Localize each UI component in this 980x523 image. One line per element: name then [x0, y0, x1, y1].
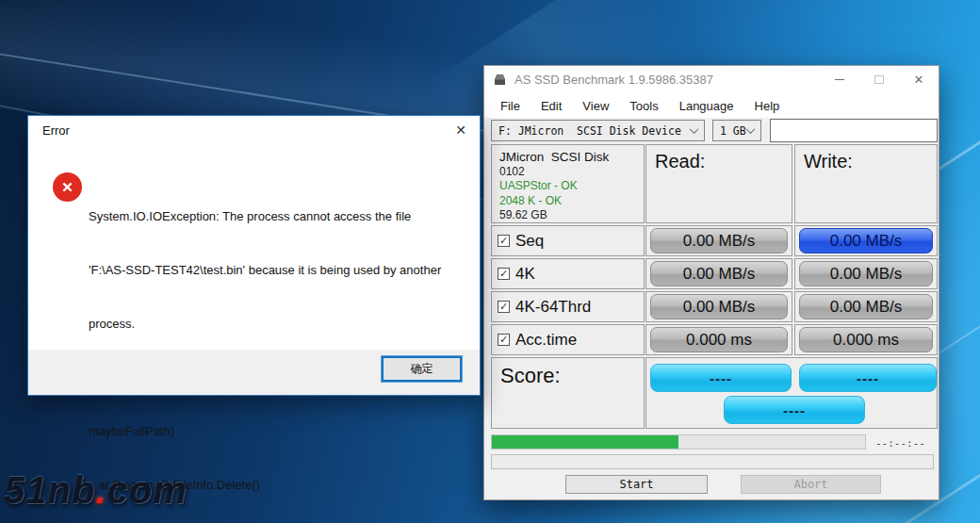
- dialog-title: Error: [42, 123, 70, 138]
- result-textbox[interactable]: [770, 119, 938, 142]
- 4k64-write-value: 0.00 MB/s: [799, 294, 933, 319]
- write-column-header: Write:: [794, 144, 938, 223]
- acctime-write-cell: 0.000 ms: [794, 324, 938, 355]
- table-row-acctime-label: ✓ Acc.time: [491, 324, 645, 355]
- score-values-cell: ---- ---- ----: [645, 357, 938, 429]
- minimize-icon: [835, 79, 844, 81]
- maximize-button[interactable]: [859, 66, 899, 93]
- benchmark-progress-fill: [492, 435, 678, 449]
- seq-write-cell: 0.00 MB/s: [794, 225, 938, 256]
- menu-view[interactable]: View: [572, 99, 619, 113]
- error-message-line: 'F:\AS-SSD-TEST42\test.bin' because it i…: [89, 261, 452, 279]
- score-label: Score:: [492, 358, 644, 394]
- maximize-icon: [874, 75, 884, 84]
- seq-read-value: 0.00 MB/s: [650, 228, 788, 253]
- watermark-text: 51nb: [4, 469, 95, 511]
- test-label: 4K-64Thrd: [515, 298, 591, 317]
- error-message-line: at System.IO.FileInfo.Delete(): [89, 476, 452, 494]
- error-dialog: Error ✕ ✕ System.IO.IOException: The pro…: [27, 115, 481, 396]
- disk-firmware: 0102: [499, 165, 636, 180]
- score-total-value: ----: [724, 396, 865, 424]
- seq-read-cell: 0.00 MB/s: [645, 225, 792, 256]
- window-controls: ✕: [820, 66, 939, 93]
- table-row-seq-label: ✓ Seq: [491, 225, 645, 256]
- error-message-line: process.: [89, 315, 452, 333]
- score-label-cell: Score:: [491, 357, 645, 429]
- disk-model: JMicron SCSI Disk: [499, 150, 636, 165]
- 4k-read-value: 0.00 MB/s: [650, 261, 788, 286]
- test-label: Acc.time: [515, 331, 577, 350]
- 4k-write-cell: 0.00 MB/s: [794, 258, 938, 289]
- ok-button[interactable]: 确定: [382, 356, 462, 382]
- close-icon: ✕: [914, 73, 924, 87]
- test-size-select[interactable]: 1 GB: [712, 120, 761, 141]
- checkbox-acctime[interactable]: ✓: [498, 334, 510, 346]
- secondary-progress-bar: [491, 454, 934, 469]
- chevron-down-icon: [690, 124, 699, 134]
- drive-select-value: F: JMicron SCSI Disk Device: [498, 124, 681, 138]
- seq-write-value: 0.00 MB/s: [799, 228, 933, 253]
- read-column-header: Read:: [645, 144, 792, 223]
- title-bar: AS SSD Benchmark 1.9.5986.35387 ✕: [484, 66, 939, 93]
- table-row-4k64-label: ✓ 4K-64Thrd: [491, 291, 645, 322]
- score-read-value: ----: [650, 364, 792, 392]
- error-message: System.IO.IOException: The process canno…: [89, 172, 452, 523]
- window-title: AS SSD Benchmark 1.9.5986.35387: [514, 73, 713, 87]
- 4k64-read-value: 0.00 MB/s: [650, 294, 788, 319]
- minimize-button[interactable]: [820, 66, 859, 93]
- checkbox-4k[interactable]: ✓: [498, 268, 510, 280]
- table-row-4k-label: ✓ 4K: [491, 258, 645, 289]
- acctime-write-value: 0.000 ms: [799, 327, 933, 352]
- menu-tools[interactable]: Tools: [619, 99, 668, 113]
- as-ssd-benchmark-window: AS SSD Benchmark 1.9.5986.35387 ✕ File E…: [483, 65, 939, 500]
- menu-file[interactable]: File: [490, 99, 531, 113]
- dialog-close-button[interactable]: ✕: [455, 123, 466, 138]
- acctime-read-cell: 0.000 ms: [645, 324, 792, 355]
- error-icon: ✕: [53, 172, 82, 202]
- drive-select[interactable]: F: JMicron SCSI Disk Device: [491, 120, 705, 141]
- time-remaining: --:--:--: [875, 437, 932, 449]
- app-icon: [493, 74, 507, 86]
- disk-info-panel: JMicron SCSI Disk 0102 UASPStor - OK 204…: [491, 144, 645, 223]
- 4k64-read-cell: 0.00 MB/s: [645, 291, 792, 322]
- menu-help[interactable]: Help: [744, 99, 791, 113]
- abort-button[interactable]: Abort: [741, 475, 881, 494]
- 4k-read-cell: 0.00 MB/s: [645, 258, 792, 289]
- dialog-title-bar: Error ✕: [28, 116, 480, 144]
- menu-bar: File Edit View Tools Language Help: [484, 93, 939, 118]
- menu-edit[interactable]: Edit: [531, 99, 572, 113]
- 4k-write-value: 0.00 MB/s: [799, 261, 933, 286]
- test-label: Seq: [515, 232, 544, 251]
- checkbox-4k64[interactable]: ✓: [498, 301, 510, 313]
- chevron-down-icon: [746, 124, 756, 134]
- checkbox-seq[interactable]: ✓: [498, 235, 510, 247]
- alignment-status: 2048 K - OK: [499, 194, 636, 209]
- close-button[interactable]: ✕: [899, 66, 939, 93]
- start-button[interactable]: Start: [565, 475, 708, 494]
- menu-language[interactable]: Language: [669, 99, 744, 113]
- error-message-line: System.IO.IOException: The process canno…: [89, 207, 452, 225]
- disk-capacity: 59.62 GB: [499, 208, 636, 223]
- benchmark-progress-bar: [491, 434, 866, 449]
- toolbar: F: JMicron SCSI Disk Device 1 GB: [484, 118, 939, 144]
- error-message-line: maybeFullPath): [89, 422, 452, 440]
- driver-status: UASPStor - OK: [499, 179, 636, 194]
- test-label: 4K: [515, 265, 535, 284]
- dialog-footer: 确定: [28, 350, 480, 395]
- score-write-value: ----: [799, 364, 937, 392]
- test-size-value: 1 GB: [720, 124, 746, 138]
- acctime-read-value: 0.000 ms: [650, 327, 788, 352]
- 4k64-write-cell: 0.00 MB/s: [794, 291, 938, 322]
